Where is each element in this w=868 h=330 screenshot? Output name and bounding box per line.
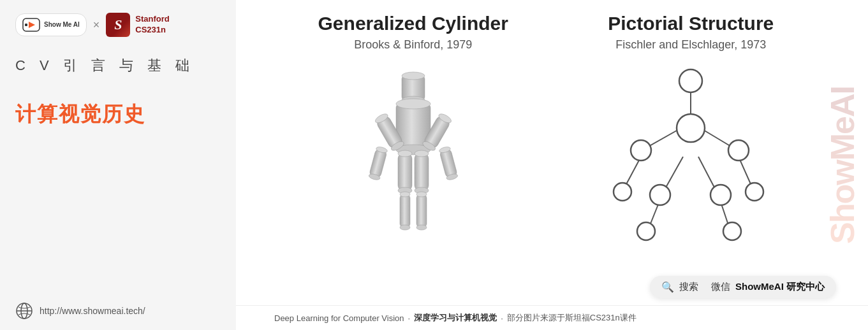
stanford-logo: S Stanford CS231n	[106, 13, 169, 37]
svg-point-35	[416, 225, 427, 230]
svg-point-34	[416, 192, 427, 197]
website-row: http://www.showmeai.tech/	[15, 302, 221, 320]
cylinder-figure	[349, 64, 477, 249]
svg-rect-2	[25, 24, 27, 26]
x-separator: ×	[93, 18, 100, 32]
footer: Deep Learning for Computer Vision · 深度学习…	[236, 305, 868, 330]
svg-point-47	[677, 114, 705, 142]
generalized-cylinder-col: Generalized Cylinder Brooks & Binford, 1…	[274, 13, 552, 249]
content-body: Generalized Cylinder Brooks & Binford, 1…	[236, 0, 868, 305]
logo-row: Show Me Al × S Stanford CS231n	[15, 13, 221, 37]
pictorial-structure-subtitle: Fischler and Elschlager, 1973	[615, 38, 766, 52]
svg-line-43	[698, 157, 715, 189]
footer-dot2: ·	[501, 313, 503, 323]
svg-point-51	[746, 183, 763, 201]
pictorial-figure	[601, 64, 780, 249]
cv-subtitle: C V 引 言 与 基 础	[15, 56, 221, 75]
showmeai-text: Show Me Al	[44, 21, 80, 29]
generalized-cylinder-subtitle: Brooks & Binford, 1979	[354, 38, 472, 52]
svg-point-55	[723, 222, 741, 240]
showmeai-logo: Show Me Al	[15, 13, 87, 36]
wechat-label: 微信	[711, 281, 730, 293]
wechat-separator	[703, 282, 706, 292]
generalized-cylinder-title: Generalized Cylinder	[318, 13, 508, 34]
svg-point-31	[400, 192, 410, 197]
footer-dot1: ·	[408, 313, 411, 323]
footer-text2: 深度学习与计算机视觉	[414, 312, 497, 324]
footer-text3: 部分图片来源于斯坦福CS231n课件	[507, 312, 636, 324]
svg-point-46	[679, 69, 702, 92]
svg-rect-24	[398, 154, 412, 190]
stanford-text: Stanford CS231n	[135, 14, 169, 36]
svg-rect-33	[416, 194, 427, 227]
svg-point-49	[728, 140, 749, 161]
svg-point-53	[710, 185, 731, 205]
globe-icon	[15, 302, 33, 320]
footer-text1: Deep Learning for Computer Vision	[274, 313, 404, 323]
svg-point-7	[402, 72, 425, 80]
svg-point-10	[396, 99, 430, 109]
svg-rect-27	[415, 154, 429, 190]
svg-point-54	[637, 222, 655, 240]
svg-point-32	[400, 225, 410, 230]
search-icon: 🔍	[661, 281, 674, 293]
svg-rect-30	[400, 194, 410, 227]
svg-point-48	[631, 140, 651, 161]
main-content: ShowMeAI Generalized Cylinder Brooks & B…	[236, 0, 868, 330]
sidebar: Show Me Al × S Stanford CS231n C V 引 言 与…	[0, 0, 236, 330]
showmeai-icon	[22, 18, 40, 32]
wechat-bar[interactable]: 🔍 搜索 微信 ShowMeAI 研究中心	[650, 276, 836, 298]
website-url: http://www.showmeai.tech/	[40, 306, 145, 316]
pictorial-structure-col: Pictorial Structure Fischler and Elschla…	[552, 13, 830, 249]
svg-point-50	[614, 183, 631, 201]
wechat-search-text: 搜索	[679, 281, 698, 293]
wechat-brand: ShowMeAI 研究中心	[735, 281, 825, 293]
pictorial-structure-title: Pictorial Structure	[608, 13, 774, 34]
svg-line-42	[665, 157, 683, 189]
svg-point-25	[398, 150, 412, 157]
stanford-s-icon: S	[106, 13, 130, 37]
main-title: 计算视觉历史	[15, 101, 221, 129]
svg-point-28	[415, 150, 429, 157]
svg-point-52	[650, 185, 670, 205]
svg-line-38	[647, 128, 681, 147]
